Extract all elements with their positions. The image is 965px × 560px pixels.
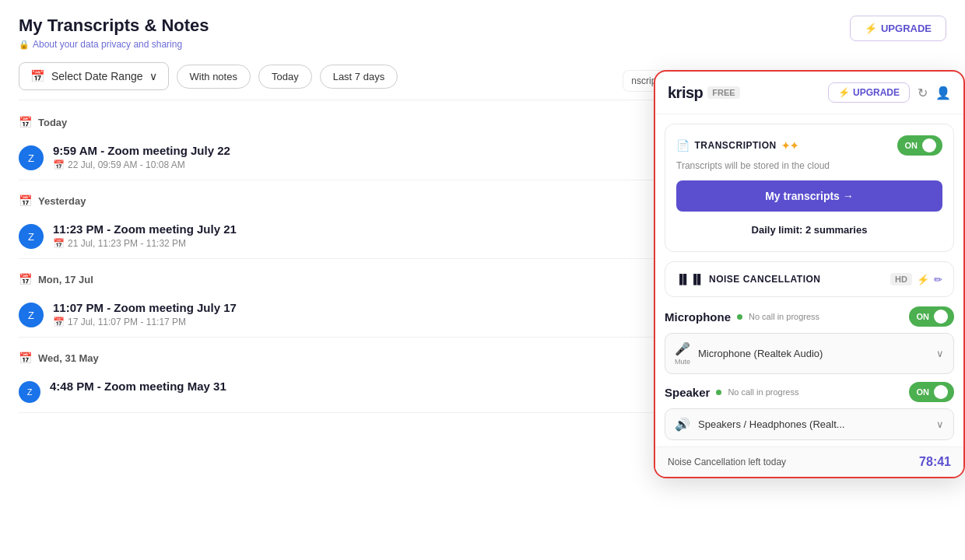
speaker-section: Speaker No call in progress ON 🔊 Speaker… [665, 382, 954, 440]
microphone-label: Microphone No call in progress [665, 310, 819, 324]
transcript-meta: 📅 22 Jul, 09:59 AM - 10:08 AM [53, 159, 230, 170]
speaker-header: Speaker No call in progress ON [665, 382, 954, 402]
microphone-icon: 🎤 [675, 341, 690, 356]
zoom-icon: Z [19, 224, 44, 249]
footer-timer: 78:41 [919, 455, 951, 469]
chevron-down-icon: ∨ [936, 348, 944, 359]
speaker-icon: 🔊 [675, 417, 690, 432]
transcript-info: 4:48 PM - Zoom meeting May 31 [50, 380, 226, 395]
transcript-meta: 📅 17 Jul, 11:07 PM - 11:17 PM [53, 317, 237, 327]
microphone-toggle[interactable]: ON [909, 306, 955, 327]
lightning-icon: ⚡ [917, 274, 929, 285]
lock-icon: 🔒 [19, 40, 30, 50]
krisp-popup: krisp FREE ⚡ UPGRADE ↻ 👤 📄 TRANSCRIPTION… [654, 70, 965, 478]
document-icon: 📄 [676, 139, 690, 152]
logo-text: krisp [668, 84, 703, 102]
calendar-meta-icon: 📅 [53, 317, 65, 327]
mic-icon-wrap: 🎤 Mute [675, 341, 690, 366]
sparkle-icon: ✦✦ [781, 140, 799, 152]
popup-footer: Noise Cancellation left today 78:41 [655, 446, 963, 477]
nc-title: ▐▌▐▌ NOISE CANCELLATION [676, 274, 820, 285]
transcript-info: 11:07 PM - Zoom meeting July 17 📅 17 Jul… [53, 301, 237, 327]
waveform-icon: ▐▌▐▌ [676, 274, 704, 285]
upgrade-button[interactable]: ⚡ UPGRADE [850, 16, 946, 41]
chevron-down-icon: ∨ [149, 70, 157, 82]
noise-cancellation-section: ▐▌▐▌ NOISE CANCELLATION HD ⚡ ✏ [665, 261, 954, 297]
speaker-selector[interactable]: 🔊 Speakers / Headphones (Realt... ∨ [665, 408, 954, 440]
microphone-selector[interactable]: 🎤 Mute Microphone (Realtek Audio) ∨ [665, 333, 954, 374]
toggle-knob [922, 138, 936, 152]
my-transcripts-button[interactable]: My transcripts → [676, 180, 942, 212]
filter-last-7-days[interactable]: Last 7 days [320, 65, 398, 89]
calendar-sm-icon: 📅 [19, 273, 32, 285]
date-range-button[interactable]: 📅 Select Date Range ∨ [19, 62, 169, 90]
zoom-icon: Z [19, 145, 44, 170]
calendar-icon: 📅 [30, 69, 45, 83]
profile-button[interactable]: 👤 [935, 86, 951, 100]
microphone-section: Microphone No call in progress ON 🎤 Mute… [665, 306, 954, 374]
nc-badges: HD ⚡ ✏ [890, 273, 942, 285]
popup-header: krisp FREE ⚡ UPGRADE ↻ 👤 [655, 72, 963, 114]
hd-badge: HD [890, 273, 912, 285]
privacy-link[interactable]: 🔒 About your data privacy and sharing [19, 39, 209, 50]
transcription-card: 📄 TRANSCRIPTION ✦✦ ON Transcripts will b… [665, 124, 954, 252]
status-dot [716, 390, 721, 395]
refresh-button[interactable]: ↻ [918, 86, 928, 100]
transcription-header: 📄 TRANSCRIPTION ✦✦ ON [676, 135, 942, 156]
toggle-knob [934, 310, 948, 324]
transcription-subtitle: Transcripts will be stored in the cloud [676, 160, 942, 171]
page-header: My Transcripts & Notes 🔒 About your data… [19, 16, 946, 50]
calendar-sm-icon: 📅 [19, 116, 32, 128]
krisp-logo: krisp FREE [668, 84, 740, 102]
transcript-meta: 📅 21 Jul, 11:23 PM - 11:32 PM [53, 238, 237, 249]
filter-today[interactable]: Today [258, 65, 312, 89]
zoom-icon: Z [19, 303, 44, 327]
zoom-icon: Z [19, 381, 40, 403]
popup-header-right: ⚡ UPGRADE ↻ 👤 [828, 82, 951, 103]
transcript-info: 11:23 PM - Zoom meeting July 21 📅 21 Jul… [53, 222, 237, 249]
speaker-toggle[interactable]: ON [909, 382, 955, 402]
bolt-icon: ⚡ [838, 87, 850, 98]
calendar-sm-icon: 📅 [19, 352, 32, 364]
calendar-meta-icon: 📅 [53, 159, 65, 170]
transcription-toggle[interactable]: ON [897, 135, 943, 156]
header-left: My Transcripts & Notes 🔒 About your data… [19, 16, 209, 50]
calendar-sm-icon: 📅 [19, 194, 32, 207]
footer-label: Noise Cancellation left today [668, 457, 786, 467]
page-title: My Transcripts & Notes [19, 16, 209, 36]
transcription-title: 📄 TRANSCRIPTION ✦✦ [676, 139, 799, 152]
chevron-down-icon: ∨ [936, 418, 944, 430]
bolt-icon: ⚡ [865, 23, 877, 34]
status-dot [737, 314, 742, 320]
pen-icon[interactable]: ✏ [934, 274, 942, 285]
nc-header: ▐▌▐▌ NOISE CANCELLATION HD ⚡ ✏ [676, 273, 942, 285]
toggle-knob [934, 385, 948, 399]
filter-with-notes[interactable]: With notes [177, 65, 251, 89]
popup-upgrade-button[interactable]: ⚡ UPGRADE [828, 82, 910, 103]
transcript-info: 9:59 AM - Zoom meeting July 22 📅 22 Jul,… [53, 144, 230, 170]
microphone-header: Microphone No call in progress ON [665, 306, 954, 327]
calendar-meta-icon: 📅 [53, 238, 65, 249]
speaker-label: Speaker No call in progress [665, 386, 798, 399]
daily-limit: Daily limit: 2 summaries [676, 219, 942, 240]
free-badge: FREE [707, 86, 739, 99]
